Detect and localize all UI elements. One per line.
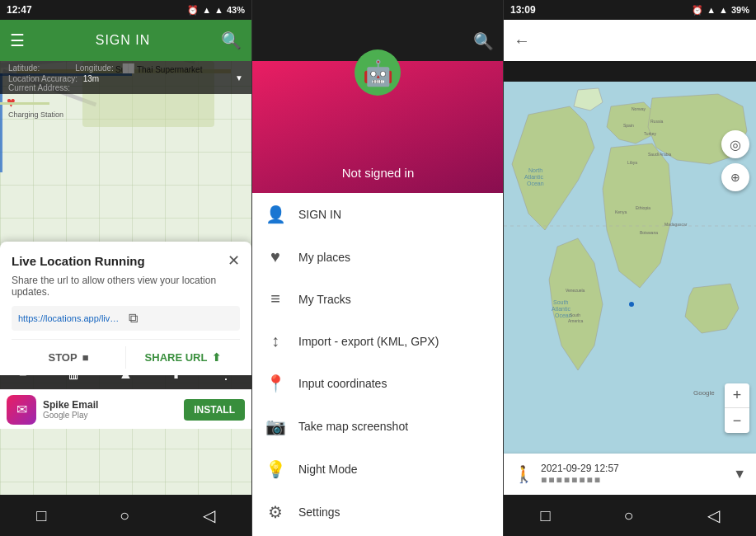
gps-icon: ◎ [730, 137, 741, 153]
nav-back-left[interactable]: ◁ [203, 505, 215, 525]
svg-text:North: North [528, 167, 542, 173]
alarm-icon-right: ⏰ [692, 5, 703, 16]
svg-text:Norway: Norway [632, 106, 646, 111]
ad-subtitle: Google Play [43, 411, 177, 420]
right-header: ← [504, 20, 756, 61]
world-map-svg: North Atlantic Ocean South Atlantic Ocea… [504, 61, 756, 495]
gps-button-right[interactable]: ◎ [721, 130, 749, 158]
zoom-out-right[interactable]: − [725, 408, 749, 433]
live-card-title: Live Location Running [12, 254, 145, 268]
myplaces-label: My places [298, 251, 350, 264]
layers-icon: ⊕ [730, 171, 740, 184]
share-url-button[interactable]: SHARE URL ⬆ [126, 340, 240, 375]
nightmode-label: Night Mode [298, 463, 358, 476]
mid-panel: 12:47 ⏰ ▲ ▲ 42% + − ⋮ INSTALL 🔍 [252, 0, 504, 536]
signin-icon: 👤 [265, 205, 285, 224]
nav-circle-right[interactable]: ○ [624, 506, 634, 525]
location-info-bar: Latitude: Longitude: ██ Location Accurac… [0, 61, 251, 94]
drawer-item-screenshot[interactable]: 📷 Take map screenshot [252, 405, 504, 448]
world-map-container: North Atlantic Ocean South Atlantic Ocea… [504, 61, 756, 495]
alarm-icon: ⏰ [187, 5, 199, 16]
left-panel: 12:47 ⏰ ▲ ▲ 43% ☰ SIGN IN 🔍 Latitude: Lo… [0, 0, 252, 536]
import-icon: ↕ [265, 331, 285, 350]
drawer-item-myplaces[interactable]: ♥ My places [252, 236, 504, 278]
ad-app-icon: ✉ [16, 402, 27, 417]
nav-bar-right: □ ○ ◁ [504, 495, 756, 536]
ad-title: Spike Email [43, 399, 177, 411]
svg-text:Atlantic: Atlantic [524, 174, 543, 180]
myplaces-icon: ♥ [265, 247, 285, 266]
lat-label: Latitude: Longitude: ██ [8, 63, 134, 73]
share-icon: ⬆ [212, 351, 221, 364]
svg-text:America: America [568, 318, 584, 323]
signal-icon: ▲ [202, 5, 211, 15]
nav-bar-left: □ ○ ◁ [0, 495, 251, 536]
charging-label: Charging Station [8, 110, 63, 119]
svg-point-22 [629, 302, 634, 307]
status-icons-left: ⏰ ▲ ▲ 43% [187, 5, 245, 16]
back-button-right[interactable]: ← [514, 31, 530, 50]
stop-icon: ■ [82, 351, 89, 364]
history-timestamp: 2021-09-29 12:57 [541, 463, 726, 474]
svg-text:Atlantic: Atlantic [552, 306, 571, 312]
mytracks-label: My Tracks [298, 293, 351, 306]
drawer-item-import[interactable]: ↕ Import - export (KML, GPX) [252, 320, 504, 362]
stop-button[interactable]: STOP ■ [12, 340, 125, 375]
address-row: Current Address: [8, 83, 134, 92]
zoom-in-right[interactable]: + [725, 383, 749, 408]
svg-text:Ocean: Ocean [527, 181, 544, 186]
battery-right: 39% [731, 5, 749, 15]
layers-button[interactable]: ⊕ [721, 163, 749, 191]
history-info: 2021-09-29 12:57 ■■■■■■■■ [541, 463, 726, 486]
drawer-item-nightmode[interactable]: 💡 Night Mode [252, 448, 504, 491]
import-label: Import - export (KML, GPX) [298, 335, 439, 348]
svg-text:Google: Google [693, 389, 715, 397]
right-panel: 13:09 ⏰ ▲ ▲ 39% ← [504, 0, 756, 536]
live-card-actions: STOP ■ SHARE URL ⬆ [12, 339, 240, 375]
url-text: https://locations.app/live/?hash=MkkwTuN… [18, 313, 124, 323]
search-icon-left[interactable]: 🔍 [221, 31, 242, 50]
walk-icon: 🚶 [514, 464, 534, 484]
drawer-item-coordinates[interactable]: 📍 Input coordinates [252, 362, 504, 405]
install-button-left[interactable]: INSTALL [184, 399, 245, 421]
expand-icon-right[interactable]: ▼ [733, 467, 746, 482]
svg-text:South: South [570, 313, 580, 317]
coordinates-icon: 📍 [265, 374, 285, 393]
coordinates-label: Input coordinates [298, 377, 387, 390]
expand-icon-left[interactable]: ▼ [235, 73, 243, 82]
share-url-label: SHARE URL [145, 351, 208, 364]
menu-icon-left[interactable]: ☰ [10, 31, 25, 50]
ad-text-left: Spike Email Google Play [43, 399, 177, 420]
status-bar-right: 13:09 ⏰ ▲ ▲ 39% [504, 0, 756, 20]
svg-text:Russia: Russia [650, 119, 664, 124]
drawer-item-signin[interactable]: 👤 SIGN IN [252, 193, 504, 236]
battery-left: 43% [227, 5, 245, 15]
svg-text:Saudi Arabia: Saudi Arabia [648, 152, 672, 157]
header-title-left: SIGN IN [96, 33, 151, 48]
accuracy-row: Location Accuracy: 13m [8, 74, 134, 83]
settings-label: Settings [298, 505, 340, 519]
close-live-card-button[interactable]: ✕ [228, 252, 240, 270]
svg-text:Kenya: Kenya [615, 209, 627, 214]
avatar-icon: 🤖 [363, 59, 393, 87]
drawer-item-settings[interactable]: ⚙ Settings [252, 491, 504, 534]
svg-text:South: South [553, 299, 568, 305]
svg-text:Turkey: Turkey [644, 131, 657, 136]
nav-back-right[interactable]: ◁ [707, 505, 720, 525]
nav-square-left[interactable]: □ [36, 506, 46, 525]
nav-circle-left[interactable]: ○ [120, 506, 129, 525]
svg-text:Venezuela: Venezuela [566, 288, 585, 293]
drawer-avatar: 🤖 [355, 49, 401, 96]
app-header-left: ☰ SIGN IN 🔍 [0, 20, 251, 61]
search-icon-mid[interactable]: 🔍 [473, 31, 494, 51]
drawer-item-mytracks[interactable]: ≡ My Tracks [252, 278, 504, 320]
signal-icon-right: ▲ [707, 5, 716, 15]
nightmode-icon: 💡 [265, 459, 285, 479]
screenshot-label: Take map screenshot [298, 420, 408, 433]
nav-square-right[interactable]: □ [540, 506, 550, 525]
svg-text:Libya: Libya [627, 160, 637, 165]
live-url-row: https://locations.app/live/?hash=MkkwTuN… [12, 306, 240, 331]
drawer-menu: 👤 SIGN IN ♥ My places ≡ My Tracks ↕ Impo… [252, 193, 504, 536]
signin-label: SIGN IN [298, 208, 341, 221]
copy-icon[interactable]: ⧉ [129, 311, 234, 326]
